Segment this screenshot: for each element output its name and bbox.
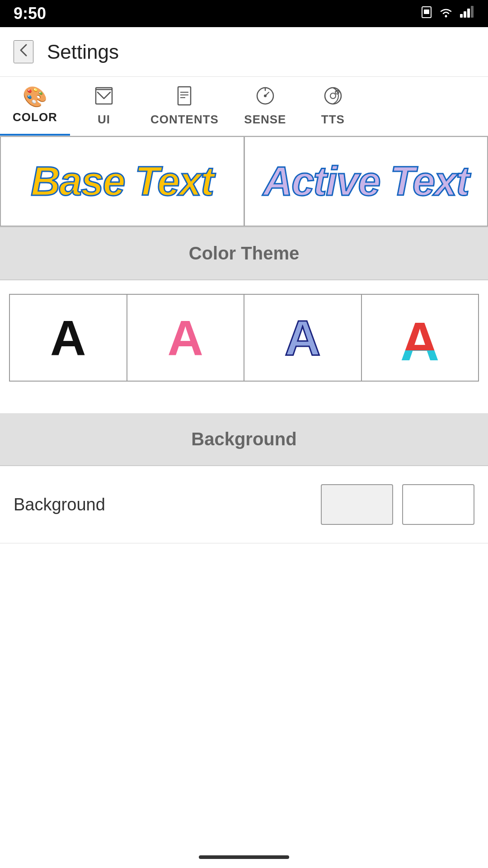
sense-icon <box>255 86 275 109</box>
color-icon: 🎨 <box>23 87 47 107</box>
tab-sense[interactable]: SENSE <box>231 77 299 136</box>
background-btn-white[interactable] <box>402 484 474 525</box>
preview-area: Base Text Active Text <box>0 136 488 227</box>
status-time: 9:50 <box>14 4 46 23</box>
tab-tts-label: TTS <box>321 113 345 127</box>
status-bar: 9:50 <box>0 0 488 27</box>
theme-letter-pink: A <box>168 313 203 363</box>
theme-letter-blue: A <box>285 313 320 363</box>
theme-option-pink[interactable]: A <box>127 294 244 382</box>
svg-rect-6 <box>471 6 474 18</box>
theme-option-black[interactable]: A <box>9 294 127 382</box>
back-button[interactable] <box>14 40 33 63</box>
svg-rect-9 <box>178 87 191 105</box>
background-btn-gray[interactable] <box>321 484 393 525</box>
ui-icon <box>94 86 114 109</box>
tab-sense-label: SENSE <box>244 113 286 127</box>
svg-rect-7 <box>96 88 112 104</box>
tab-ui-label: UI <box>98 113 110 127</box>
page-title: Settings <box>47 41 119 63</box>
background-title: Background <box>191 429 296 449</box>
active-text-preview: Active Text <box>244 136 488 226</box>
background-controls <box>321 484 474 525</box>
sim-card-icon <box>420 6 433 22</box>
svg-point-18 <box>330 93 336 99</box>
theme-option-red-teal[interactable]: A <box>361 294 479 382</box>
background-label: Background <box>14 495 105 514</box>
theme-letter-black: A <box>50 313 86 363</box>
tab-color-label: COLOR <box>13 110 57 124</box>
tab-tts[interactable]: TTS <box>299 77 367 136</box>
svg-rect-4 <box>464 11 466 18</box>
tab-bar: 🎨 COLOR UI CONTENTS <box>0 77 488 136</box>
base-text: Base Text <box>31 158 213 205</box>
svg-line-16 <box>265 92 269 96</box>
tts-icon <box>323 86 343 109</box>
tab-ui[interactable]: UI <box>70 77 138 136</box>
background-row: Background <box>0 466 488 543</box>
active-text: Active Text <box>263 158 469 205</box>
background-section-header: Background <box>0 413 488 465</box>
svg-point-2 <box>445 15 447 17</box>
svg-rect-5 <box>467 9 470 18</box>
wifi-icon <box>438 6 454 22</box>
color-theme-title: Color Theme <box>189 243 299 263</box>
tab-contents-label: CONTENTS <box>150 113 219 127</box>
contents-icon <box>174 86 194 109</box>
nav-indicator <box>199 855 289 859</box>
svg-rect-3 <box>460 14 463 18</box>
svg-text:A: A <box>400 311 440 367</box>
theme-letter-red-teal: A <box>395 308 445 367</box>
tab-color[interactable]: 🎨 COLOR <box>0 77 70 136</box>
base-text-preview: Base Text <box>0 136 244 226</box>
theme-grid: A A A A <box>0 280 488 395</box>
header: Settings <box>0 27 488 77</box>
color-theme-section-header: Color Theme <box>0 227 488 279</box>
theme-option-blue[interactable]: A <box>244 294 361 382</box>
signal-icon <box>459 6 474 22</box>
status-icons <box>420 6 474 22</box>
tab-contents[interactable]: CONTENTS <box>138 77 231 136</box>
svg-rect-1 <box>424 9 429 14</box>
